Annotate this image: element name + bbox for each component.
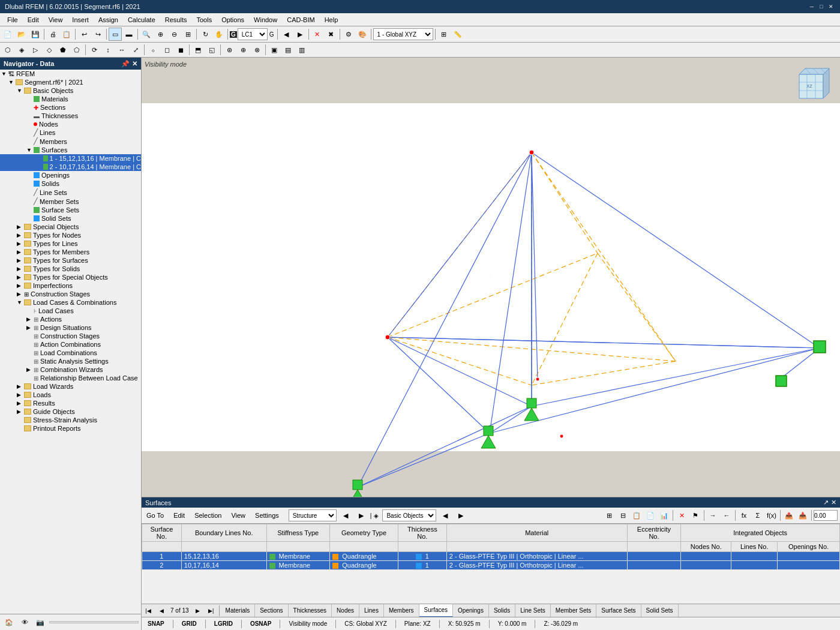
tt-btn5[interactable]: 📊 xyxy=(658,509,671,522)
view-dropdown[interactable]: 1 - Global XYZ xyxy=(373,28,433,40)
nav-member-sets[interactable]: ▶ ╱ Member Sets xyxy=(0,197,141,206)
tt-del-btn[interactable]: ✕ xyxy=(675,509,688,522)
nav-btn-1[interactable]: ◀ xyxy=(280,28,293,41)
nav-types-solids[interactable]: ▶ Types for Solids xyxy=(0,265,141,273)
page-first-btn[interactable]: |◀ xyxy=(142,604,155,617)
menu-results[interactable]: Results xyxy=(160,15,192,25)
nav-design-situations[interactable]: ▶ ⊞ Design Situations xyxy=(0,323,141,332)
nav-printout[interactable]: ▶ Printout Reports xyxy=(0,424,141,433)
nav-imperfections[interactable]: ▶ Imperfections xyxy=(0,281,141,290)
select-btn[interactable]: ▭ xyxy=(109,28,122,41)
measure-btn[interactable]: 📏 xyxy=(451,28,464,41)
page-last-btn[interactable]: ▶| xyxy=(205,604,218,617)
tab-solid-sets[interactable]: Solid Sets xyxy=(641,604,679,617)
menu-calculate[interactable]: Calculate xyxy=(123,15,160,25)
tb2-btn12[interactable]: ◻ xyxy=(160,43,173,56)
redo-button[interactable]: ↪ xyxy=(91,28,104,41)
nav-sections[interactable]: ▶ ✚ Sections xyxy=(0,103,141,112)
tab-surface-sets[interactable]: Surface Sets xyxy=(596,604,641,617)
nav-close-btn[interactable]: ✕ xyxy=(132,60,137,68)
settings-menu[interactable]: Settings xyxy=(253,511,281,520)
menu-cadbim[interactable]: CAD-BIM xyxy=(282,15,319,25)
nav-load-wizards[interactable]: ▶ Load Wizards xyxy=(0,382,141,391)
tb2-btn7[interactable]: ⟳ xyxy=(88,43,101,56)
zoomout-btn[interactable]: ⊖ xyxy=(167,28,181,41)
menu-view[interactable]: View xyxy=(44,15,68,25)
tb2-btn3[interactable]: ▷ xyxy=(29,43,42,56)
tb2-btn2[interactable]: ◈ xyxy=(15,43,28,56)
tb2-btn20[interactable]: ▤ xyxy=(281,43,295,56)
nav-types-nodes[interactable]: ▶ Types for Nodes xyxy=(0,231,141,239)
cross-btn[interactable]: ✖ xyxy=(325,28,338,41)
nav-types-surfaces[interactable]: ▶ Types for Surfaces xyxy=(0,256,141,265)
menu-file[interactable]: File xyxy=(2,15,23,25)
tb2-btn1[interactable]: ⬡ xyxy=(1,43,14,56)
page-next-btn[interactable]: ▶ xyxy=(191,604,205,617)
menu-window[interactable]: Window xyxy=(249,15,282,25)
nav-line-sets[interactable]: ▶ ╱ Line Sets xyxy=(0,188,141,197)
tb2-btn13[interactable]: ◼ xyxy=(174,43,187,56)
tb2-btn6[interactable]: ⬠ xyxy=(70,43,83,56)
tb2-btn11[interactable]: ⬦ xyxy=(146,43,160,56)
tt-btn3[interactable]: 📋 xyxy=(630,509,643,522)
status-lgrid[interactable]: LGRID xyxy=(212,620,235,627)
tb2-btn5[interactable]: ⬟ xyxy=(56,43,70,56)
tb2-btn8[interactable]: ↕ xyxy=(101,43,115,56)
grid-btn[interactable]: ⊞ xyxy=(437,28,451,41)
tab-solids[interactable]: Solids xyxy=(489,604,515,617)
filter-dropdown-1[interactable]: Structure xyxy=(289,509,337,521)
nav-load-combinations[interactable]: ▶ ⊞ Load Combinations xyxy=(0,349,141,357)
filter-dropdown-2[interactable]: Basic Objects xyxy=(382,509,436,521)
delete-btn[interactable]: ✕ xyxy=(311,28,324,41)
nav-stress-strain[interactable]: ▶ Stress-Strain Analysis xyxy=(0,416,141,424)
tt-arrow-btn[interactable]: → xyxy=(706,509,719,522)
nav-lines[interactable]: ▶ ╱ Lines xyxy=(0,128,141,137)
tab-thicknesses[interactable]: Thicknesses xyxy=(289,604,332,617)
tt-formula-btn[interactable]: f(x) xyxy=(765,509,778,522)
nav-surface-sets[interactable]: ▶ Surface Sets xyxy=(0,206,141,214)
nav-relationship[interactable]: ▶ ⊞ Relationship Between Load Case xyxy=(0,374,141,382)
tb2-btn18[interactable]: ⊗ xyxy=(250,43,263,56)
status-snap[interactable]: SNAP xyxy=(145,620,167,627)
tt-export-btn[interactable]: 📤 xyxy=(782,509,796,522)
nav-basic-objects[interactable]: ▼ Basic Objects xyxy=(0,86,141,95)
tb2-btn17[interactable]: ⊕ xyxy=(236,43,250,56)
tab-materials[interactable]: Materials xyxy=(221,604,256,617)
nav-home-btn[interactable]: 🏠 xyxy=(2,616,16,629)
pan-btn[interactable]: ✋ xyxy=(212,28,226,41)
nav-types-special[interactable]: ▶ Types for Special Objects xyxy=(0,273,141,281)
tt-calc-btn[interactable]: fx xyxy=(737,509,751,522)
filter-next-btn-2[interactable]: ▶ xyxy=(454,509,467,522)
new-button[interactable]: 📄 xyxy=(1,28,14,41)
nav-surface-2[interactable]: ▶ 2 - 10,17,16,14 | Membrane | C xyxy=(0,163,141,171)
tab-line-sets[interactable]: Line Sets xyxy=(515,604,551,617)
status-grid[interactable]: GRID xyxy=(179,620,199,627)
tb2-btn10[interactable]: ⤢ xyxy=(129,43,142,56)
close-button[interactable]: ✕ xyxy=(827,2,835,11)
page-prev-btn[interactable]: ◀ xyxy=(155,604,168,617)
tt-btn4[interactable]: 📄 xyxy=(644,509,657,522)
nav-types-lines[interactable]: ▶ Types for Lines xyxy=(0,239,141,248)
nav-pin-btn[interactable]: 📌 xyxy=(121,60,130,68)
tt-btn1[interactable]: ⊞ xyxy=(602,509,616,522)
edit-menu[interactable]: Edit xyxy=(171,511,187,520)
menu-edit[interactable]: Edit xyxy=(23,15,44,25)
open-button[interactable]: 📂 xyxy=(15,28,28,41)
nav-actions[interactable]: ▶ ⊞ Actions xyxy=(0,315,141,323)
nav-rfem[interactable]: ▼ 🏗 RFEM xyxy=(0,70,141,78)
tb2-btn4[interactable]: ◇ xyxy=(43,43,56,56)
table-row[interactable]: 2 10,17,16,14 Membrane Quadrangle 1 2 - … xyxy=(142,561,840,570)
zoom-btn[interactable]: 🔍 xyxy=(140,28,153,41)
undo-button[interactable]: ↩ xyxy=(77,28,91,41)
tt-import-btn[interactable]: 📥 xyxy=(796,509,809,522)
tb2-btn16[interactable]: ⊛ xyxy=(223,43,236,56)
nav-load-cases[interactable]: ▶ ⊦ Load Cases xyxy=(0,307,141,315)
tab-sections[interactable]: Sections xyxy=(255,604,288,617)
panel-close-btn[interactable]: ✕ xyxy=(831,499,836,506)
menu-tools[interactable]: Tools xyxy=(191,15,217,25)
nav-construction-stages[interactable]: ▶ ⊞ Construction Stages xyxy=(0,290,141,298)
nav-types-members[interactable]: ▶ Types for Members xyxy=(0,248,141,256)
filter-next-btn[interactable]: ▶ xyxy=(355,509,368,522)
navigation-cube[interactable]: XZ xyxy=(787,62,835,112)
minimize-button[interactable]: ─ xyxy=(808,2,816,11)
